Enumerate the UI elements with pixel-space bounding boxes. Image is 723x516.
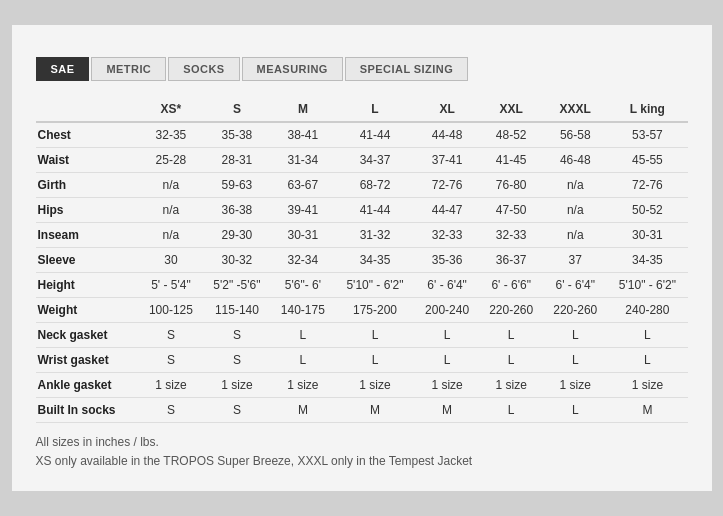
col-header-0	[36, 97, 139, 122]
col-header-6: XXL	[479, 97, 543, 122]
cell-7-1: 115-140	[203, 297, 271, 322]
cell-11-4: M	[415, 397, 479, 422]
cell-5-7: 34-35	[607, 247, 687, 272]
cell-0-6: 56-58	[543, 122, 607, 148]
cell-11-7: M	[607, 397, 687, 422]
cell-3-4: 44-47	[415, 197, 479, 222]
cell-8-5: L	[479, 322, 543, 347]
cell-8-4: L	[415, 322, 479, 347]
cell-0-5: 48-52	[479, 122, 543, 148]
table-row: Built In socksSSMMMLLM	[36, 397, 688, 422]
cell-8-2: L	[271, 322, 335, 347]
cell-6-6: 6' - 6'4"	[543, 272, 607, 297]
cell-5-2: 32-34	[271, 247, 335, 272]
cell-2-1: 59-63	[203, 172, 271, 197]
cell-1-4: 37-41	[415, 147, 479, 172]
footer-notes: All sizes in inches / lbs.XS only availa…	[36, 433, 688, 471]
footnote-1: XS only available in the TROPOS Super Br…	[36, 452, 688, 471]
cell-0-1: 35-38	[203, 122, 271, 148]
cell-3-1: 36-38	[203, 197, 271, 222]
row-label-10: Ankle gasket	[36, 372, 139, 397]
tab-measuring[interactable]: MEASURING	[242, 57, 343, 81]
table-row: Sleeve3030-3232-3434-3535-3636-373734-35	[36, 247, 688, 272]
table-row: Chest32-3535-3838-4141-4444-4848-5256-58…	[36, 122, 688, 148]
cell-10-5: 1 size	[479, 372, 543, 397]
cell-10-0: 1 size	[139, 372, 203, 397]
cell-1-7: 45-55	[607, 147, 687, 172]
tab-socks[interactable]: SOCKS	[168, 57, 239, 81]
table-row: Hipsn/a36-3839-4141-4444-4747-50n/a50-52	[36, 197, 688, 222]
row-label-9: Wrist gasket	[36, 347, 139, 372]
cell-8-0: S	[139, 322, 203, 347]
tab-special-sizing[interactable]: SPECIAL SIZING	[345, 57, 468, 81]
cell-3-0: n/a	[139, 197, 203, 222]
header-row: XS*SMLXLXXLXXXLL king	[36, 97, 688, 122]
row-label-5: Sleeve	[36, 247, 139, 272]
col-header-5: XL	[415, 97, 479, 122]
cell-0-7: 53-57	[607, 122, 687, 148]
cell-1-3: 34-37	[335, 147, 415, 172]
cell-1-6: 46-48	[543, 147, 607, 172]
cell-4-0: n/a	[139, 222, 203, 247]
cell-9-7: L	[607, 347, 687, 372]
row-label-8: Neck gasket	[36, 322, 139, 347]
cell-4-6: n/a	[543, 222, 607, 247]
cell-11-2: M	[271, 397, 335, 422]
cell-9-4: L	[415, 347, 479, 372]
table-row: Neck gasketSSLLLLLL	[36, 322, 688, 347]
cell-5-3: 34-35	[335, 247, 415, 272]
cell-7-7: 240-280	[607, 297, 687, 322]
col-header-7: XXXL	[543, 97, 607, 122]
table-row: Girthn/a59-6363-6768-7272-7676-80n/a72-7…	[36, 172, 688, 197]
cell-2-4: 72-76	[415, 172, 479, 197]
col-header-2: S	[203, 97, 271, 122]
col-header-8: L king	[607, 97, 687, 122]
cell-2-6: n/a	[543, 172, 607, 197]
table-header: XS*SMLXLXXLXXXLL king	[36, 97, 688, 122]
table-row: Waist25-2828-3131-3434-3737-4141-4546-48…	[36, 147, 688, 172]
cell-4-5: 32-33	[479, 222, 543, 247]
cell-10-2: 1 size	[271, 372, 335, 397]
col-header-4: L	[335, 97, 415, 122]
row-label-3: Hips	[36, 197, 139, 222]
row-label-0: Chest	[36, 122, 139, 148]
tab-bar: SAEMETRICSOCKSMEASURINGSPECIAL SIZING	[36, 57, 688, 81]
cell-2-2: 63-67	[271, 172, 335, 197]
cell-0-4: 44-48	[415, 122, 479, 148]
cell-5-5: 36-37	[479, 247, 543, 272]
cell-3-3: 41-44	[335, 197, 415, 222]
cell-11-3: M	[335, 397, 415, 422]
tab-sae[interactable]: SAE	[36, 57, 90, 81]
row-label-1: Waist	[36, 147, 139, 172]
cell-8-7: L	[607, 322, 687, 347]
cell-6-0: 5' - 5'4"	[139, 272, 203, 297]
cell-11-5: L	[479, 397, 543, 422]
cell-0-2: 38-41	[271, 122, 335, 148]
cell-7-0: 100-125	[139, 297, 203, 322]
table-row: Height5' - 5'4"5'2" -5'6"5'6"- 6'5'10" -…	[36, 272, 688, 297]
cell-6-1: 5'2" -5'6"	[203, 272, 271, 297]
cell-10-6: 1 size	[543, 372, 607, 397]
table-row: Weight100-125115-140140-175175-200200-24…	[36, 297, 688, 322]
cell-6-7: 5'10" - 6'2"	[607, 272, 687, 297]
cell-3-7: 50-52	[607, 197, 687, 222]
cell-10-7: 1 size	[607, 372, 687, 397]
sizing-table: XS*SMLXLXXLXXXLL king Chest32-3535-3838-…	[36, 97, 688, 423]
cell-7-3: 175-200	[335, 297, 415, 322]
cell-5-0: 30	[139, 247, 203, 272]
row-label-7: Weight	[36, 297, 139, 322]
cell-9-1: S	[203, 347, 271, 372]
footnote-0: All sizes in inches / lbs.	[36, 433, 688, 452]
tab-metric[interactable]: METRIC	[91, 57, 166, 81]
cell-1-5: 41-45	[479, 147, 543, 172]
cell-10-4: 1 size	[415, 372, 479, 397]
table-row: Ankle gasket1 size1 size1 size1 size1 si…	[36, 372, 688, 397]
col-header-3: M	[271, 97, 335, 122]
cell-1-1: 28-31	[203, 147, 271, 172]
table-row: Wrist gasketSSLLLLLL	[36, 347, 688, 372]
cell-3-5: 47-50	[479, 197, 543, 222]
cell-6-3: 5'10" - 6'2"	[335, 272, 415, 297]
cell-2-5: 76-80	[479, 172, 543, 197]
cell-2-0: n/a	[139, 172, 203, 197]
cell-0-3: 41-44	[335, 122, 415, 148]
